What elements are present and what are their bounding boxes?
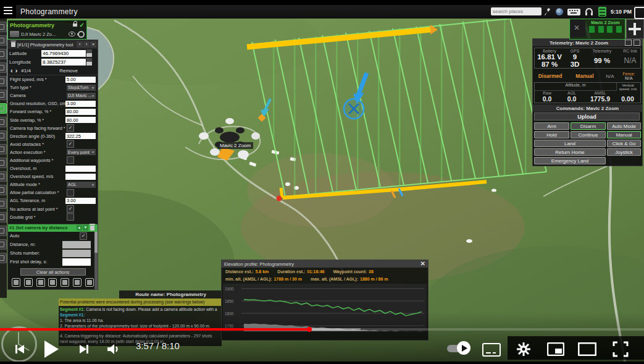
param-input[interactable] bbox=[65, 109, 96, 115]
toolbar-item-chart-tool[interactable] bbox=[0, 171, 7, 182]
command-button-disarm[interactable]: Disarm bbox=[571, 122, 606, 130]
command-button-emergency-land[interactable]: Emergency Land bbox=[534, 157, 606, 164]
next-button[interactable] bbox=[78, 343, 90, 355]
command-button-land[interactable]: Land bbox=[534, 140, 606, 147]
map-drone-label[interactable]: Mavic 2 Zoom bbox=[217, 142, 253, 149]
longitude-stepper[interactable] bbox=[86, 58, 92, 66]
toolbar-item-select-tool[interactable] bbox=[0, 22, 7, 32]
globe-icon[interactable] bbox=[556, 8, 563, 15]
prev-vertex-button[interactable]: ‹ bbox=[10, 67, 13, 74]
telemetry-list-icon[interactable] bbox=[625, 40, 632, 46]
camera-trigger-action-icon[interactable] bbox=[61, 278, 69, 287]
delete-tool-icon[interactable] bbox=[11, 42, 15, 47]
toolbar-item-route-tool[interactable] bbox=[0, 76, 7, 87]
visibility-eye-icon[interactable] bbox=[69, 32, 75, 36]
toolbar-item-grid-tool[interactable] bbox=[0, 158, 7, 168]
previous-button[interactable] bbox=[14, 343, 26, 355]
camera-by-time-action-icon[interactable] bbox=[73, 278, 82, 287]
param-select[interactable]: Stop&Turn▼ bbox=[67, 85, 96, 91]
subtitles-button[interactable] bbox=[482, 343, 501, 357]
close-elevation-icon[interactable]: ✕ bbox=[420, 261, 425, 267]
command-button-hold[interactable]: Hold bbox=[534, 131, 569, 138]
param-input[interactable] bbox=[65, 174, 96, 180]
command-button-manual-mode[interactable]: Manual Mode bbox=[607, 131, 641, 138]
yaw-action-icon[interactable] bbox=[48, 278, 57, 287]
command-button-click-go[interactable]: Click & Go bbox=[607, 140, 641, 147]
video-progress-bar[interactable] bbox=[0, 328, 644, 331]
param-checkbox[interactable]: ✓ bbox=[67, 205, 74, 213]
next-vertex-button[interactable]: › bbox=[15, 67, 18, 74]
command-button-continue[interactable]: Continue bbox=[571, 131, 606, 138]
camera-attitude-action-icon[interactable] bbox=[24, 278, 33, 287]
play-button[interactable] bbox=[43, 340, 59, 358]
fullscreen-button[interactable] bbox=[613, 341, 629, 357]
move-action-up-icon[interactable]: ▲ bbox=[77, 225, 82, 231]
wait-action-icon[interactable] bbox=[12, 278, 20, 287]
settings-gear-icon[interactable] bbox=[516, 342, 531, 357]
param-select[interactable]: DJI Mavic ...▼ bbox=[67, 93, 96, 99]
telemetry-list-icon[interactable] bbox=[598, 7, 606, 17]
toolbar-item-rect-tool[interactable] bbox=[0, 130, 7, 141]
clear-all-actions-button[interactable]: Clear all actions bbox=[20, 268, 86, 276]
param-checkbox[interactable]: ✓ bbox=[67, 124, 74, 132]
move-action-down-icon[interactable]: ▼ bbox=[83, 225, 88, 231]
upload-button[interactable]: Upload bbox=[534, 112, 640, 121]
add-vehicle-tile[interactable] bbox=[626, 19, 644, 39]
wrench-icon[interactable] bbox=[543, 7, 551, 16]
prev-tool-button[interactable]: ‹ bbox=[77, 41, 83, 48]
toolbar-item-photogrammetry-tool[interactable] bbox=[0, 103, 7, 114]
next-tool-button[interactable]: › bbox=[83, 41, 90, 48]
param-input[interactable] bbox=[65, 101, 96, 107]
param-input[interactable] bbox=[65, 77, 96, 83]
auto-checkbox[interactable]: ✓ bbox=[80, 232, 87, 240]
toolbar-item-draw-tool[interactable] bbox=[0, 198, 7, 209]
param-select[interactable]: AGL▼ bbox=[67, 182, 96, 188]
unlock-icon[interactable] bbox=[73, 23, 77, 27]
param-input[interactable] bbox=[65, 133, 96, 139]
miniplayer-button[interactable] bbox=[547, 342, 564, 356]
telemetry-popout-icon[interactable] bbox=[634, 40, 640, 46]
vehicle-mini-panel[interactable]: Mavic 2 Zoom bbox=[569, 19, 625, 40]
video-scrubber-knob[interactable] bbox=[307, 327, 312, 332]
toolbar-item-disabled-tool-2[interactable] bbox=[0, 253, 7, 263]
autoplay-knob-icon[interactable] bbox=[457, 341, 470, 355]
route-settings-gear-icon[interactable] bbox=[78, 31, 85, 38]
close-tool-button[interactable]: × bbox=[90, 41, 96, 48]
theater-mode-button[interactable] bbox=[578, 342, 596, 356]
toolbar-item-box-tool[interactable] bbox=[0, 212, 7, 222]
marker-action-icon[interactable] bbox=[36, 278, 45, 287]
route-card[interactable]: Photogrammetry ✓ DJI Mavic 2 Zo... bbox=[7, 20, 87, 40]
action-scrollbar-thumb[interactable] bbox=[94, 232, 98, 253]
photogrammetry-survey-grid[interactable] bbox=[247, 17, 546, 201]
toolbar-item-add-tool[interactable] bbox=[0, 35, 7, 46]
toolbar-item-corridor-tool[interactable] bbox=[0, 144, 7, 154]
toolbar-item-point-tool[interactable] bbox=[0, 226, 7, 236]
controller-icon[interactable] bbox=[634, 7, 644, 19]
action-field-input[interactable] bbox=[62, 258, 91, 266]
toolbar-item-circle-tool[interactable] bbox=[0, 117, 7, 127]
toolbar-item-measure-tool[interactable] bbox=[0, 62, 7, 73]
command-button-arm[interactable]: Arm bbox=[534, 122, 569, 130]
keyboard-icon[interactable] bbox=[567, 9, 580, 15]
param-input[interactable] bbox=[65, 117, 96, 123]
latitude-input[interactable] bbox=[41, 50, 86, 57]
search-places-input[interactable] bbox=[491, 7, 542, 15]
volume-button[interactable] bbox=[106, 343, 121, 355]
toolbar-item-frame-tool[interactable] bbox=[0, 185, 7, 195]
remove-vertex-button[interactable]: Remove bbox=[59, 68, 78, 74]
command-button-auto-mode[interactable]: Auto Mode bbox=[607, 122, 641, 130]
command-button-joystick[interactable]: Joystick bbox=[607, 148, 641, 156]
toolbar-item-pencil-tool[interactable] bbox=[0, 49, 7, 59]
delete-action-icon[interactable] bbox=[90, 226, 94, 231]
route-start-marker[interactable] bbox=[277, 196, 282, 201]
param-checkbox[interactable] bbox=[67, 189, 74, 197]
toolbar-item-marker-tool[interactable] bbox=[0, 90, 7, 100]
param-checkbox[interactable]: ✓ bbox=[67, 140, 74, 148]
param-input[interactable] bbox=[65, 198, 96, 204]
command-button-return-home[interactable]: Return Home bbox=[534, 148, 606, 156]
camera-series-action-icon[interactable] bbox=[85, 278, 94, 287]
longitude-input[interactable] bbox=[41, 59, 86, 66]
headset-icon[interactable] bbox=[585, 7, 593, 16]
param-input[interactable] bbox=[65, 166, 96, 172]
latitude-stepper[interactable] bbox=[86, 49, 92, 57]
